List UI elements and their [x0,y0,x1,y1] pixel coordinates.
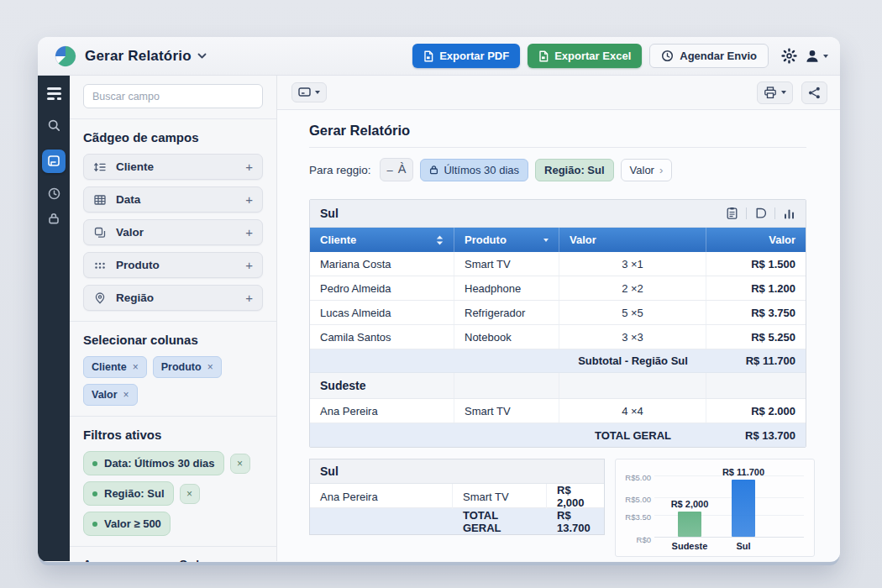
column-chart-icon[interactable] [783,207,795,220]
divider [70,321,276,322]
remove-icon[interactable]: × [207,361,213,373]
filter-bar-label: Para reggio: [309,164,371,176]
dots-grid-icon [93,259,107,272]
caret-down-icon [543,239,549,242]
search-input[interactable] [83,84,263,108]
settings-gear-icon[interactable] [781,48,797,64]
sort-icon[interactable] [436,235,444,245]
chart-plot-area: R$ 2,000 Sudeste R$ 11.700 Sul [654,471,804,538]
field-item-data[interactable]: Data + [83,186,263,213]
add-field-icon[interactable]: + [245,258,253,272]
value-filter-chip[interactable]: Valor › [621,159,673,181]
remove-icon[interactable]: × [123,389,129,401]
field-item-valor[interactable]: Valor + [83,219,263,245]
group-by-label: Agrupar por: [83,558,167,562]
filter-chip-regiao[interactable]: Região: Sul [83,481,174,506]
add-field-icon[interactable]: + [245,225,253,239]
menu-icon[interactable] [47,87,61,100]
bar-sul[interactable] [732,480,755,537]
date-range-chip[interactable]: – À [380,158,414,181]
table-row[interactable]: Mariana Costa Smart TV 3 ×1 R$ 1.500 [310,252,806,276]
remove-icon[interactable]: × [133,361,139,373]
schedule-send-button[interactable]: Agendar Envio [649,44,769,68]
column-header-cliente[interactable]: Cliente [310,228,454,252]
summary-total-row: TOTAL GERAL R$ 13.700 [310,508,604,534]
export-pdf-button[interactable]: Exportar PDF [412,44,520,68]
user-avatar-icon [805,49,820,64]
main-toolbar [277,76,840,110]
field-panel: Cãdgeo de campos Cliente + Data [70,76,277,561]
divider [774,207,775,219]
titlebar-actions: Exportar PDF Exportar Excel Agendar Envi… [412,44,828,68]
filter-chip-data[interactable]: Data: Últímos 30 dias [83,451,224,475]
filter-dot-icon [92,522,97,527]
file-excel-icon [538,50,549,62]
clipboard-icon[interactable] [726,207,738,220]
table-row[interactable]: Camila Santos Notebook 3 ×3 R$ 5.250 [310,325,806,349]
divider [70,416,276,417]
remove-filter-button[interactable]: × [230,454,250,474]
search-icon[interactable] [47,118,61,133]
add-field-icon[interactable]: + [245,291,253,305]
sort-list-icon [93,160,107,174]
column-header-produto[interactable]: Produto [454,228,559,252]
divider [70,546,276,547]
date-filter-chip[interactable]: Últímos 30 dias [420,159,528,181]
map-pin-icon [93,291,107,305]
table-section-sudeste: Sudeste [310,373,806,399]
selected-columns: Cliente × Produto × Valor × [83,356,263,406]
title-chevron-down-icon[interactable] [197,53,207,59]
copy-squares-icon [93,226,107,239]
view-mode-button[interactable] [291,82,327,102]
columns-heading: Selecionar colunas [83,333,263,347]
divider [70,118,276,119]
saved-reports-icon[interactable] [42,150,66,173]
comment-bubble-icon[interactable] [754,207,767,219]
clock-icon [661,50,674,62]
print-button[interactable] [757,81,793,104]
column-chip-valor[interactable]: Valor × [83,384,138,406]
filter-chip-valor[interactable]: Valor ≥ 500 [83,512,171,536]
table-row[interactable]: Ana Pereira Smart TV 4 ×4 R$ 2.000 [310,399,806,423]
table-row[interactable]: Ana Pereira Smart TV R$ 2,000 [310,484,604,508]
titlebar: Gerar Relatório Exportar PDF Exportar Ex… [38,37,840,76]
column-header-valor[interactable]: Valor [559,228,706,252]
lock-small-icon [429,165,438,175]
table-row[interactable]: Pedro Almeida Headphone 2 ×2 R$ 1.200 [310,276,806,301]
bar-sudeste[interactable] [678,512,701,537]
table-row[interactable]: Lucas Almeida Refrigerador 5 ×5 R$ 3.750 [310,301,806,325]
table-section-sul: Sul [310,200,806,228]
field-item-produto[interactable]: Produto + [83,252,263,278]
sort-by-label: Ordenar por: [179,558,263,562]
report-filter-bar: Para reggio: – À Últímos 30 dias Região:… [309,158,823,181]
chevron-right-icon: › [659,164,663,176]
report-title: Gerar Relatório [309,123,806,148]
user-menu[interactable] [805,49,828,64]
main-area: Gerar Relatório Para reggio: – À Últímos… [277,76,840,561]
chart-y-axis: R$5.00 R$5.00 R$3.50 R$0 [622,471,654,538]
add-field-icon[interactable]: + [245,192,253,207]
filters-heading: Filtros ativos [83,428,263,442]
filter-dot-icon [92,461,97,466]
field-item-regiao[interactable]: Região + [83,285,263,311]
divider [746,207,747,219]
field-item-cliente[interactable]: Cliente + [83,154,263,180]
export-excel-button[interactable]: Exportar Excel [528,44,642,68]
summary-table: Sul Ana Pereira Smart TV R$ 2,000 TOTAL … [309,459,605,535]
lock-icon[interactable] [47,212,60,225]
remove-filter-button[interactable]: × [180,484,200,504]
share-button[interactable] [801,81,827,104]
column-chip-cliente[interactable]: Cliente × [83,356,147,378]
column-header-valor2[interactable]: Valor [706,228,806,252]
user-caret-down-icon [823,55,828,58]
catalog-heading: Cãdgeo de campos [83,130,263,144]
app-title: Gerar Relatório [85,48,192,65]
report-content: Gerar Relatório Para reggio: – À Últímos… [277,110,840,561]
table-header-row: Cliente Produto Valor [310,228,806,252]
add-field-icon[interactable]: + [245,160,253,174]
region-bar-chart: R$5.00 R$5.00 R$3.50 R$0 R$ 2,000 [615,459,815,557]
region-filter-chip[interactable]: Região: Sul [535,159,614,181]
column-chip-produto[interactable]: Produto × [153,356,222,378]
summary-section-sul: Sul [310,459,604,484]
history-clock-icon[interactable] [47,186,61,201]
